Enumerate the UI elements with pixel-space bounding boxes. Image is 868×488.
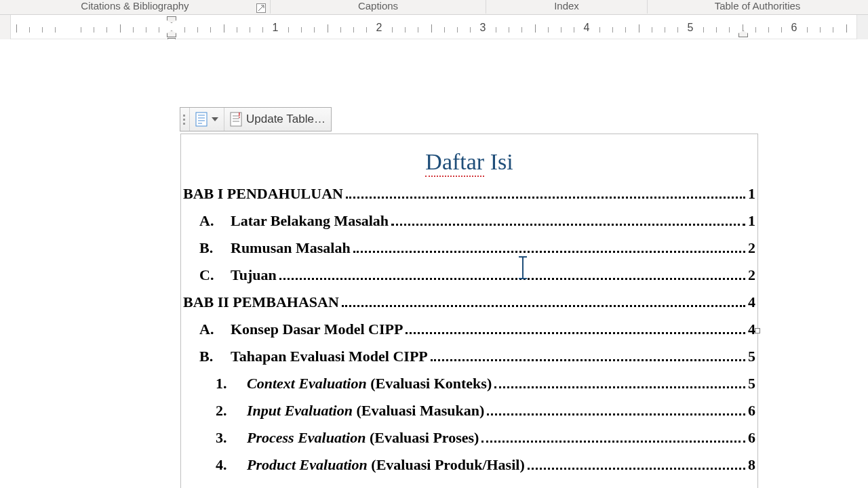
svg-rect-0 bbox=[196, 113, 207, 126]
toc-entry-label: Context Evaluation (Evaluasi Konteks) bbox=[247, 376, 492, 391]
toc-title: Daftar Isi bbox=[183, 149, 755, 177]
toc-entry[interactable]: 3.Process Evaluation (Evaluasi Proses)6 bbox=[183, 430, 755, 445]
dialog-launcher-icon[interactable] bbox=[256, 3, 266, 13]
page-refresh-icon: ! bbox=[230, 112, 242, 127]
toc-entry-bullet: 1. bbox=[216, 376, 247, 391]
horizontal-ruler[interactable]: 123456 bbox=[0, 15, 868, 39]
toc-entry-page: 5 bbox=[748, 349, 755, 364]
toc-entry-page: 6 bbox=[748, 430, 755, 445]
toolbar-grip[interactable] bbox=[180, 108, 190, 131]
toc-leader-dots bbox=[353, 251, 745, 253]
ribbon-group-table-of-authorities[interactable]: Table of Authorities bbox=[648, 0, 867, 15]
ribbon-group-label: Captions bbox=[358, 0, 398, 12]
toc-entry-bullet: 3. bbox=[216, 430, 247, 445]
ribbon-group-label: Citations & Bibliography bbox=[81, 0, 189, 12]
page-icon bbox=[195, 112, 208, 127]
resize-handle-right[interactable] bbox=[755, 328, 760, 333]
document-area[interactable]: ! Update Table… Daftar Isi BAB I PENDAHU… bbox=[11, 39, 868, 488]
toc-entry-page: 1 bbox=[748, 186, 755, 201]
toc-entry-label: Tujuan bbox=[231, 268, 277, 283]
toc-entry-label: Input Evaluation (Evaluasi Masukan) bbox=[247, 403, 484, 418]
toc-leader-dots bbox=[528, 468, 745, 470]
toc-entry-bullet: 4. bbox=[216, 458, 247, 472]
toc-entry-label: Latar Belakang Masalah bbox=[231, 214, 389, 228]
toc-style-dropdown[interactable] bbox=[190, 108, 224, 131]
ruler-number: 5 bbox=[688, 22, 694, 34]
toc-entry-bullet: B. bbox=[199, 241, 231, 256]
toc-entry[interactable]: B.Rumusan Masalah2 bbox=[183, 241, 755, 256]
ribbon-group-captions[interactable]: Captions bbox=[271, 0, 486, 15]
first-line-indent-marker[interactable] bbox=[167, 16, 176, 23]
ruler-number: 1 bbox=[273, 22, 279, 34]
update-table-button[interactable]: ! Update Table… bbox=[224, 108, 331, 131]
toc-leader-dots bbox=[342, 305, 745, 307]
toc-entry-page: 6 bbox=[748, 403, 755, 418]
ruler-number: 4 bbox=[584, 22, 590, 34]
toc-entry-page: 2 bbox=[748, 268, 755, 283]
svg-text:!: ! bbox=[238, 112, 241, 119]
toc-entry-bullet: A. bbox=[199, 322, 231, 337]
toc-entry-bullet: C. bbox=[199, 268, 231, 283]
toc-entry[interactable]: C.Tujuan2 bbox=[183, 268, 755, 283]
toc-entry-page: 4 bbox=[748, 295, 755, 310]
toc-entry[interactable]: BAB II PEMBAHASAN4 bbox=[183, 295, 755, 310]
toc-entry[interactable]: 1.Context Evaluation (Evaluasi Konteks)5 bbox=[183, 376, 755, 391]
ribbon-group-label: Table of Authorities bbox=[715, 0, 801, 12]
toc-entry[interactable]: A.Latar Belakang Masalah1 bbox=[183, 214, 755, 228]
toc-entry-page: 2 bbox=[748, 241, 755, 256]
toc-entry-bullet: A. bbox=[199, 214, 231, 228]
toc-leader-dots bbox=[494, 386, 745, 388]
toc-content[interactable]: Daftar Isi BAB I PENDAHULUAN1A.Latar Bel… bbox=[183, 149, 755, 485]
chevron-down-icon bbox=[212, 117, 218, 121]
toc-entry-label: BAB I PENDAHULUAN bbox=[183, 186, 343, 201]
ribbon-group-index[interactable]: Index bbox=[486, 0, 647, 15]
toc-leader-dots bbox=[391, 224, 745, 226]
toc-entry-page: 8 bbox=[748, 458, 755, 472]
toc-leader-dots bbox=[481, 441, 745, 443]
toc-entry[interactable]: BAB I PENDAHULUAN1 bbox=[183, 186, 755, 201]
toc-leader-dots bbox=[487, 413, 745, 415]
toc-entry-label: Konsep Dasar Model CIPP bbox=[231, 322, 403, 337]
toc-entry-bullet: 2. bbox=[216, 403, 247, 418]
toc-entry-label: Product Evaluation (Evaluasi Produk/Hasi… bbox=[247, 458, 525, 472]
update-table-label: Update Table… bbox=[246, 113, 326, 126]
toc-entry[interactable]: B.Tahapan Evaluasi Model CIPP5 bbox=[183, 349, 755, 364]
toc-entry[interactable]: 2.Input Evaluation (Evaluasi Masukan)6 bbox=[183, 403, 755, 418]
toc-leader-dots bbox=[406, 332, 745, 334]
ruler-number: 6 bbox=[791, 22, 797, 34]
toc-leader-dots bbox=[346, 197, 745, 199]
toc-leader-dots bbox=[431, 359, 745, 361]
toc-entry-page: 4 bbox=[748, 322, 755, 337]
toc-entry[interactable]: A.Konsep Dasar Model CIPP4 bbox=[183, 322, 755, 337]
ruler-number: 2 bbox=[376, 22, 382, 34]
toc-mini-toolbar: ! Update Table… bbox=[180, 107, 332, 131]
text-cursor bbox=[522, 256, 524, 279]
toc-entry-bullet: B. bbox=[199, 349, 231, 364]
ribbon-group-label: Index bbox=[554, 0, 579, 12]
ruler-corner bbox=[0, 15, 11, 39]
toc-entry[interactable]: 4.Product Evaluation (Evaluasi Produk/Ha… bbox=[183, 458, 755, 472]
ribbon-group-labels: Citations & BibliographyCaptionsIndexTab… bbox=[0, 0, 868, 15]
toc-leader-dots bbox=[279, 278, 745, 280]
toc-entry-page: 1 bbox=[748, 214, 755, 228]
ruler-number: 3 bbox=[480, 22, 486, 34]
right-indent-marker[interactable] bbox=[738, 30, 748, 37]
toc-entry-label: Process Evaluation (Evaluasi Proses) bbox=[247, 430, 479, 445]
toc-entry-page: 5 bbox=[748, 376, 755, 391]
ruler-track-container: 123456 bbox=[11, 15, 868, 39]
toc-entry-label: Tahapan Evaluasi Model CIPP bbox=[231, 349, 428, 364]
hanging-indent-marker[interactable] bbox=[167, 30, 176, 37]
toc-entry-label: Rumusan Masalah bbox=[231, 241, 351, 256]
ribbon-group-citations-bibliography[interactable]: Citations & Bibliography bbox=[0, 0, 270, 15]
toc-entry-label: BAB II PEMBAHASAN bbox=[183, 295, 339, 310]
